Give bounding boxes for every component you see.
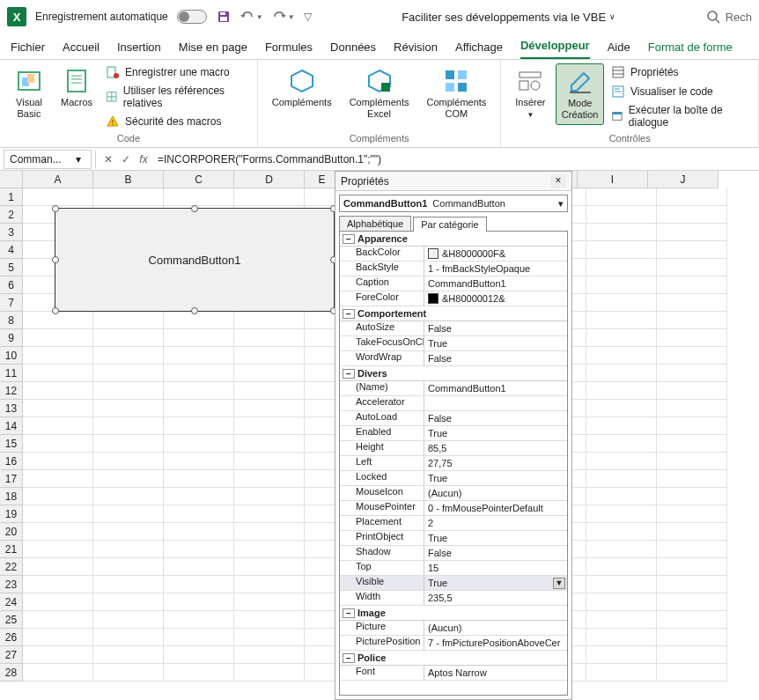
tab-mise-en-page[interactable]: Mise en page xyxy=(179,35,247,59)
cell[interactable] xyxy=(23,646,93,664)
cell[interactable] xyxy=(23,417,93,435)
cell[interactable] xyxy=(657,435,727,453)
cell[interactable] xyxy=(586,400,657,417)
complements-com-button[interactable]: Compléments COM xyxy=(420,63,494,123)
row-header[interactable]: 28 xyxy=(0,664,23,682)
cell[interactable] xyxy=(657,347,727,365)
cell[interactable] xyxy=(586,593,657,611)
cell[interactable] xyxy=(657,417,727,435)
cell[interactable] xyxy=(93,188,164,206)
cell[interactable] xyxy=(93,435,164,453)
cell[interactable] xyxy=(23,470,93,488)
cell[interactable] xyxy=(164,541,234,558)
tab-accueil[interactable]: Accueil xyxy=(63,35,99,59)
cell[interactable] xyxy=(234,365,305,382)
cell[interactable] xyxy=(93,453,164,470)
resize-handle[interactable] xyxy=(52,205,59,212)
cell[interactable] xyxy=(657,259,727,276)
cell[interactable] xyxy=(93,470,164,488)
qat-overflow[interactable]: ▽ xyxy=(304,11,312,23)
cell[interactable] xyxy=(93,312,164,329)
cell[interactable] xyxy=(657,224,727,241)
cell[interactable] xyxy=(657,488,727,505)
cell[interactable] xyxy=(586,224,657,241)
tab-insertion[interactable]: Insertion xyxy=(117,35,161,59)
cell[interactable] xyxy=(164,629,234,646)
category-police[interactable]: −Police xyxy=(340,651,567,666)
cell[interactable] xyxy=(234,664,305,682)
redo-button[interactable]: ▼ xyxy=(272,10,295,24)
cell[interactable] xyxy=(657,382,727,400)
cell[interactable] xyxy=(234,629,305,646)
select-all-corner[interactable] xyxy=(0,171,23,188)
cell[interactable] xyxy=(657,400,727,417)
cell[interactable] xyxy=(586,347,657,365)
cell[interactable] xyxy=(164,611,234,629)
cell[interactable] xyxy=(586,629,657,646)
cell[interactable] xyxy=(164,382,234,400)
cell[interactable] xyxy=(657,611,727,629)
cell[interactable] xyxy=(586,259,657,276)
name-box[interactable]: Comman... ▾ xyxy=(4,150,92,169)
cell[interactable] xyxy=(234,523,305,541)
object-selector[interactable]: CommandButton1 CommandButton ▾ xyxy=(339,195,568,212)
cell[interactable] xyxy=(657,453,727,470)
properties-title-bar[interactable]: Propriétés × xyxy=(335,172,571,191)
cell[interactable] xyxy=(234,329,305,347)
cell[interactable] xyxy=(164,365,234,382)
cell[interactable] xyxy=(164,576,234,593)
row-header[interactable]: 15 xyxy=(0,435,23,453)
prop-row[interactable]: Top15 xyxy=(340,561,567,576)
row-header[interactable]: 4 xyxy=(0,241,23,259)
cell[interactable] xyxy=(93,382,164,400)
cell[interactable] xyxy=(657,664,727,682)
cell[interactable] xyxy=(657,558,727,576)
cell[interactable] xyxy=(23,558,93,576)
tab-aide[interactable]: Aide xyxy=(608,35,630,59)
cell[interactable] xyxy=(657,312,727,329)
cell[interactable] xyxy=(234,470,305,488)
cell[interactable] xyxy=(586,664,657,682)
row-header[interactable]: 19 xyxy=(0,505,23,523)
cell[interactable] xyxy=(586,611,657,629)
row-header[interactable]: 17 xyxy=(0,470,23,488)
cell[interactable] xyxy=(23,664,93,682)
prop-row[interactable]: Picture(Aucun) xyxy=(340,621,567,636)
prop-row[interactable]: BackStyle1 - fmBackStyleOpaque xyxy=(340,262,567,276)
cell[interactable] xyxy=(23,629,93,646)
cell[interactable] xyxy=(23,400,93,417)
cell[interactable] xyxy=(586,417,657,435)
cell[interactable] xyxy=(586,365,657,382)
cell[interactable] xyxy=(23,541,93,558)
cell[interactable] xyxy=(586,276,657,294)
prop-row[interactable]: Width235,5 xyxy=(340,591,567,606)
cell[interactable] xyxy=(164,523,234,541)
cell[interactable] xyxy=(234,453,305,470)
document-title[interactable]: Faciliter ses développements via le VBE … xyxy=(321,11,697,24)
row-header[interactable]: 20 xyxy=(0,523,23,541)
cell[interactable] xyxy=(586,206,657,224)
prop-row[interactable]: Accelerator xyxy=(340,396,567,411)
cell[interactable] xyxy=(23,329,93,347)
cell[interactable] xyxy=(234,505,305,523)
cell[interactable] xyxy=(586,558,657,576)
prop-row[interactable]: Height85,5 xyxy=(340,441,567,456)
cell[interactable] xyxy=(164,312,234,329)
category-apparence[interactable]: −Apparence xyxy=(340,232,567,247)
cell[interactable] xyxy=(586,329,657,347)
cell[interactable] xyxy=(93,541,164,558)
prop-row[interactable]: EnabledTrue xyxy=(340,426,567,441)
cell[interactable] xyxy=(23,593,93,611)
mode-creation-button[interactable]: Mode Création xyxy=(556,63,604,125)
cell[interactable] xyxy=(93,646,164,664)
prop-row[interactable]: LockedTrue xyxy=(340,471,567,486)
cell[interactable] xyxy=(164,470,234,488)
column-header[interactable]: C xyxy=(164,171,234,188)
cell[interactable] xyxy=(657,276,727,294)
cell[interactable] xyxy=(164,188,234,206)
cell[interactable] xyxy=(657,505,727,523)
category-comportement[interactable]: −Comportement xyxy=(340,306,567,321)
cell[interactable] xyxy=(93,593,164,611)
accept-formula-button[interactable]: ✓ xyxy=(117,151,135,168)
cell[interactable] xyxy=(164,505,234,523)
